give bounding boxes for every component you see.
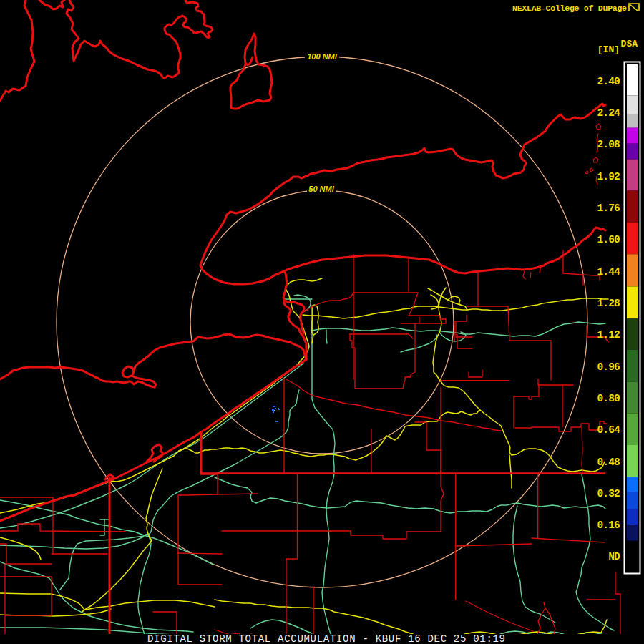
svg-text:0.48: 0.48 [597, 457, 620, 468]
svg-text:50 NMI: 50 NMI [308, 185, 334, 193]
svg-text:2.24: 2.24 [597, 107, 620, 119]
svg-text:[IN]: [IN] [597, 44, 620, 55]
svg-text:2.40: 2.40 [597, 76, 620, 87]
svg-text:0.16: 0.16 [597, 519, 620, 531]
svg-text:DSA: DSA [621, 39, 638, 49]
svg-text:1.12: 1.12 [597, 329, 620, 341]
svg-text:100 NMI: 100 NMI [307, 52, 338, 61]
svg-text:0.64: 0.64 [597, 424, 620, 436]
svg-text:NEXLAB-College of DuPage: NEXLAB-College of DuPage [512, 4, 627, 13]
svg-text:ND: ND [608, 551, 620, 562]
svg-text:1.28: 1.28 [597, 298, 620, 309]
svg-text:1.44: 1.44 [597, 266, 620, 278]
svg-text:2.08: 2.08 [597, 139, 620, 150]
svg-text:1.92: 1.92 [597, 171, 620, 182]
svg-text:0.80: 0.80 [597, 393, 620, 404]
svg-text:1.76: 1.76 [597, 203, 620, 214]
svg-text:0.32: 0.32 [597, 488, 620, 499]
svg-text:DIGITAL STORM TOTAL ACCUMULATI: DIGITAL STORM TOTAL ACCUMULATION - KBUF … [147, 633, 505, 644]
svg-text:1.60: 1.60 [597, 234, 620, 245]
svg-text:0.96: 0.96 [597, 361, 620, 373]
